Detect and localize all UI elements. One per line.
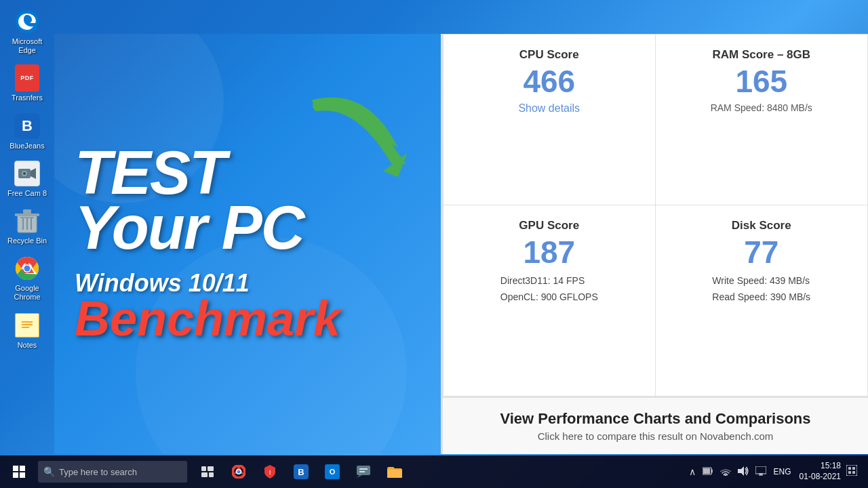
taskbar-outlook-button[interactable]: O	[317, 457, 347, 487]
clock-time: 15:18	[821, 461, 841, 472]
svg-rect-45	[852, 467, 855, 470]
svg-marker-30	[357, 475, 362, 478]
svg-rect-47	[852, 471, 855, 474]
gpu-details: Direct3D11: 14 FPS OpenCL: 900 GFLOPS	[500, 273, 598, 306]
system-tray-chevron[interactable]: ∧	[687, 466, 698, 477]
desktop-icon-freecam[interactable]: Free Cam 8	[3, 157, 52, 201]
svg-rect-39	[755, 466, 766, 474]
start-button[interactable]	[3, 455, 35, 488]
desktop-icon-transfers[interactable]: PDF Trasnfers	[3, 62, 52, 105]
ram-score-value: 165	[735, 66, 787, 97]
cpu-score-value: 466	[523, 66, 575, 97]
transfers-icon-label: Trasnfers	[12, 94, 43, 102]
disk-score-value: 77	[744, 237, 778, 268]
disk-score-block: Disk Score 77 Write Speed: 439 MB/s Read…	[656, 205, 868, 396]
taskbar-chrome-button[interactable]	[224, 457, 254, 487]
taskbar: 🔍 Type here to search !	[0, 455, 868, 488]
recycle-icon-label: Recycle Bin	[7, 237, 47, 245]
svg-marker-38	[738, 466, 744, 476]
svg-rect-6	[15, 214, 39, 216]
banner-benchmark-text: Benchmark	[75, 294, 420, 343]
taskbar-system-tray: ∧	[687, 461, 865, 482]
gpu-score-block: GPU Score 187 Direct3D11: 14 FPS OpenCL:…	[443, 205, 656, 396]
disk-details: Write Speed: 439 MB/s Read Speed: 390 MB…	[712, 273, 810, 306]
ram-score-label: RAM Score – 8GB	[712, 48, 810, 62]
language-indicator[interactable]: ENG	[771, 467, 794, 476]
cpu-score-block: CPU Score 466 Show details	[443, 35, 656, 205]
desktop-icon-recycle[interactable]: Recycle Bin	[3, 205, 52, 248]
gpu-detail-line2: OpenCL: 900 GFLOPS	[500, 289, 598, 306]
svg-rect-24	[209, 472, 214, 477]
scores-grid: CPU Score 466 Show details RAM Score – 8…	[443, 34, 868, 396]
cta-title: View Performance Charts and Comparisons	[455, 410, 856, 428]
left-banner-panel: TEST Your PC Windows 10/11 Benchmark	[54, 34, 441, 454]
disk-score-label: Disk Score	[732, 219, 791, 232]
freecam-icon-label: Free Cam 8	[7, 189, 47, 198]
gpu-score-value: 187	[523, 237, 575, 268]
taskbar-folder-button[interactable]	[380, 457, 410, 487]
svg-rect-43	[846, 465, 857, 476]
notification-center-button[interactable]	[844, 465, 860, 479]
clock-date: 01-08-2021	[800, 472, 841, 483]
battery-icon[interactable]	[701, 466, 715, 477]
svg-rect-23	[201, 472, 208, 477]
svg-rect-36	[703, 468, 710, 474]
svg-rect-46	[848, 471, 851, 474]
bluejeans-icon-label: BlueJeans	[9, 142, 44, 150]
svg-rect-33	[387, 470, 402, 478]
svg-rect-21	[201, 466, 206, 471]
gpu-detail-line1: Direct3D11: 14 FPS	[500, 273, 598, 289]
cta-subtitle: Click here to compare this result on Nov…	[455, 430, 856, 442]
svg-marker-2	[31, 168, 36, 179]
results-panel: CPU Score 466 Show details RAM Score – 8…	[441, 34, 868, 454]
network-icon[interactable]	[718, 466, 733, 478]
taskbar-shield-button[interactable]: !	[255, 457, 285, 487]
main-content: TEST Your PC Windows 10/11 Benchmark	[54, 34, 868, 454]
svg-point-4	[23, 172, 26, 175]
screen-icon[interactable]	[753, 466, 768, 478]
search-icon: 🔍	[43, 466, 55, 477]
desktop-icon-edge[interactable]: Microsoft Edge	[3, 5, 52, 58]
svg-point-37	[724, 474, 726, 476]
gpu-score-label: GPU Score	[519, 219, 579, 232]
svg-rect-35	[711, 470, 713, 473]
edge-icon-label: Microsoft Edge	[5, 37, 49, 55]
svg-point-27	[237, 470, 241, 474]
desktop-icon-chrome[interactable]: Google Chrome	[3, 252, 52, 304]
svg-rect-22	[208, 466, 214, 471]
svg-rect-29	[357, 466, 370, 475]
taskbar-messaging-button[interactable]	[349, 457, 378, 487]
desktop-icon-notes[interactable]: Notes	[3, 309, 52, 352]
ram-score-block: RAM Score – 8GB 165 RAM Speed: 8480 MB/s	[656, 35, 868, 205]
cta-panel[interactable]: View Performance Charts and Comparisons …	[443, 396, 868, 454]
cpu-show-details-link[interactable]: Show details	[518, 102, 580, 115]
arrow-container	[298, 88, 420, 186]
windows-logo-icon	[13, 466, 25, 478]
taskbar-clock[interactable]: 15:18 01-08-2021	[800, 461, 841, 482]
green-arrow-icon	[298, 88, 420, 183]
disk-detail-line2: Read Speed: 390 MB/s	[712, 289, 810, 306]
svg-point-16	[24, 266, 31, 272]
banner-your-pc-text: Your PC	[75, 201, 420, 256]
taskbar-task-view-button[interactable]	[193, 457, 222, 487]
ram-speed-detail: RAM Speed: 8480 MB/s	[711, 102, 812, 113]
cpu-score-label: CPU Score	[519, 48, 579, 62]
disk-detail-line1: Write Speed: 439 MB/s	[712, 273, 810, 289]
desktop-icon-bluejeans[interactable]: B BlueJeans	[3, 110, 52, 153]
svg-rect-7	[23, 209, 31, 214]
volume-icon[interactable]	[736, 466, 751, 478]
notes-icon-label: Notes	[18, 341, 37, 350]
svg-rect-44	[848, 467, 851, 470]
taskbar-search-box[interactable]: 🔍 Type here to search	[38, 461, 187, 483]
desktop-icon-area: Microsoft Edge PDF Trasnfers B BlueJeans	[0, 0, 54, 454]
chrome-icon-label: Google Chrome	[5, 284, 49, 302]
taskbar-bluejeans-button[interactable]: B	[286, 457, 316, 487]
search-placeholder-text: Type here to search	[59, 467, 137, 477]
svg-text:!: !	[269, 469, 271, 476]
taskbar-pinned-icons: ! B O	[193, 457, 410, 487]
